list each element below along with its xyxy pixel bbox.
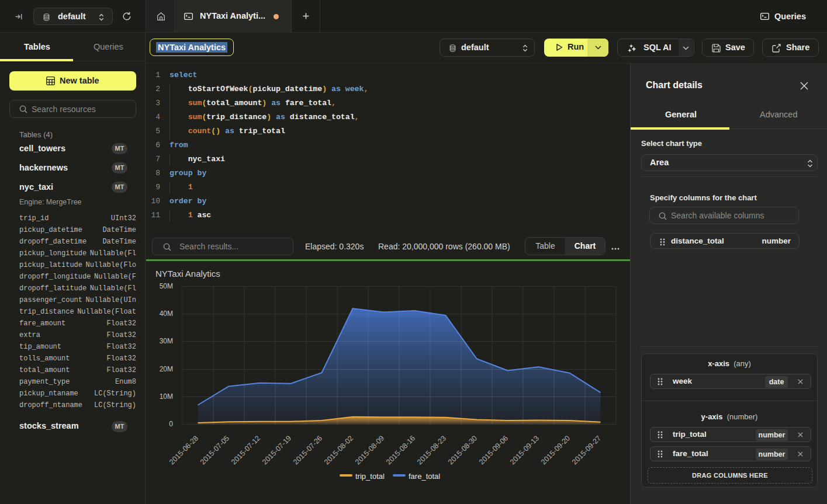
svg-text:2015-08-23: 2015-08-23 — [416, 434, 448, 466]
svg-text:0: 0 — [169, 420, 173, 428]
svg-text:2015-09-06: 2015-09-06 — [477, 434, 510, 466]
svg-text:20M: 20M — [160, 365, 173, 373]
svg-text:40M: 40M — [160, 310, 173, 318]
svg-text:50M: 50M — [160, 282, 173, 290]
svg-text:2015-07-26: 2015-07-26 — [292, 434, 324, 466]
svg-text:2015-07-19: 2015-07-19 — [261, 434, 293, 466]
svg-text:10M: 10M — [160, 392, 173, 401]
svg-text:2015-09-27: 2015-09-27 — [570, 434, 603, 466]
svg-text:fare_total: fare_total — [409, 472, 440, 481]
svg-text:2015-08-16: 2015-08-16 — [385, 434, 417, 466]
svg-text:trip_total: trip_total — [355, 472, 385, 481]
svg-text:2015-07-12: 2015-07-12 — [230, 434, 262, 466]
svg-text:2015-08-09: 2015-08-09 — [354, 434, 386, 466]
svg-text:2015-09-20: 2015-09-20 — [539, 434, 572, 466]
svg-text:30M: 30M — [160, 337, 173, 345]
svg-text:2015-08-30: 2015-08-30 — [447, 434, 479, 466]
svg-text:2015-09-13: 2015-09-13 — [508, 434, 541, 466]
svg-text:2015-08-02: 2015-08-02 — [323, 434, 355, 466]
svg-text:2015-07-05: 2015-07-05 — [199, 434, 231, 466]
svg-text:2015-06-28: 2015-06-28 — [168, 434, 200, 466]
